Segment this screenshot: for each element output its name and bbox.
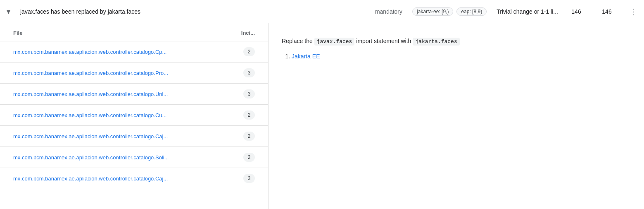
table-row[interactable]: mx.com.bcm.banamex.ae.apliacion.web.cont… <box>0 168 268 189</box>
tag-list: jakarta-ee: [9,) eap: [8,9) <box>412 7 487 16</box>
incident-count-badge: 3 <box>243 68 255 77</box>
file-name-link[interactable]: mx.com.bcm.banamex.ae.apliacion.web.cont… <box>13 154 169 161</box>
old-code-snippet: javax.faces <box>314 38 355 46</box>
incident-count-badge: 3 <box>243 89 255 98</box>
expand-chevron-icon[interactable]: ▾ <box>7 7 10 16</box>
rule-title: javax.faces has been replaced by jakarta… <box>20 8 365 15</box>
more-options-icon[interactable]: ⋮ <box>629 7 637 17</box>
right-panel: Replace the javax.faces import statement… <box>269 23 644 209</box>
file-rows-container: mx.com.bcm.banamex.ae.apliacion.web.cont… <box>0 41 268 189</box>
file-name-link[interactable]: mx.com.bcm.banamex.ae.apliacion.web.cont… <box>13 175 168 182</box>
incident-count-badge: 3 <box>243 174 255 183</box>
file-name-link[interactable]: mx.com.bcm.banamex.ae.apliacion.web.cont… <box>13 49 166 55</box>
count-primary: 146 <box>568 8 585 15</box>
mandatory-label: mandatory <box>375 8 402 15</box>
count-secondary: 146 <box>594 8 619 15</box>
new-code-snippet: jakarta.faces <box>413 38 459 46</box>
file-name-link[interactable]: mx.com.bcm.banamex.ae.apliacion.web.cont… <box>13 112 166 118</box>
eap-tag[interactable]: eap: [8,9) <box>456 7 487 16</box>
file-table-header: File Inci... <box>0 30 268 41</box>
rule-description-short: Trivial change or 1-1 li... <box>497 8 558 15</box>
file-column-header: File <box>13 30 22 36</box>
table-row[interactable]: mx.com.bcm.banamex.ae.apliacion.web.cont… <box>0 105 268 126</box>
reference-link-list: Jakarta EE <box>292 53 631 60</box>
incident-count-badge: 2 <box>243 111 255 120</box>
incident-count-badge: 2 <box>243 132 255 141</box>
file-name-link[interactable]: mx.com.bcm.banamex.ae.apliacion.web.cont… <box>13 91 168 97</box>
file-name-link[interactable]: mx.com.bcm.banamex.ae.apliacion.web.cont… <box>13 70 168 76</box>
incidents-column-header: Inci... <box>241 30 255 36</box>
table-row[interactable]: mx.com.bcm.banamex.ae.apliacion.web.cont… <box>0 62 268 84</box>
list-item: Jakarta EE <box>292 53 631 60</box>
table-row[interactable]: mx.com.bcm.banamex.ae.apliacion.web.cont… <box>0 126 268 147</box>
main-content: File Inci... mx.com.bcm.banamex.ae.aplia… <box>0 23 644 209</box>
file-name-link[interactable]: mx.com.bcm.banamex.ae.apliacion.web.cont… <box>13 133 168 139</box>
description-prefix: Replace the <box>282 38 313 44</box>
table-row[interactable]: mx.com.bcm.banamex.ae.apliacion.web.cont… <box>0 84 268 105</box>
jakarta-ee-tag[interactable]: jakarta-ee: [9,) <box>412 7 453 16</box>
incident-count-badge: 2 <box>243 47 255 56</box>
file-list-panel: File Inci... mx.com.bcm.banamex.ae.aplia… <box>0 23 269 209</box>
table-row[interactable]: mx.com.bcm.banamex.ae.apliacion.web.cont… <box>0 41 268 62</box>
description-middle-text: import statement with <box>356 38 411 44</box>
description-paragraph: Replace the javax.faces import statement… <box>282 36 631 46</box>
table-row[interactable]: mx.com.bcm.banamex.ae.apliacion.web.cont… <box>0 147 268 168</box>
incident-count-badge: 2 <box>243 153 255 162</box>
header-row: ▾ javax.faces has been replaced by jakar… <box>0 0 644 23</box>
jakarta-ee-link[interactable]: Jakarta EE <box>292 53 320 60</box>
